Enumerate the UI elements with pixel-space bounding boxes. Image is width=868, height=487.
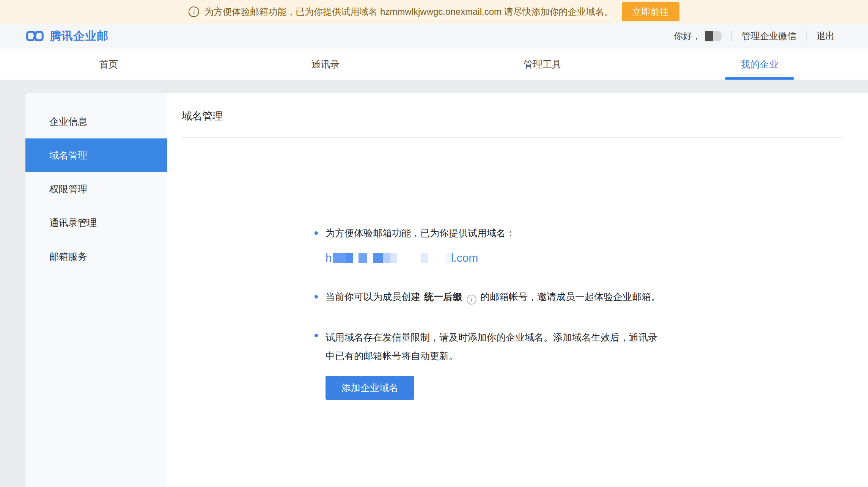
tab-admin-tools[interactable]: 管理工具 bbox=[434, 49, 651, 80]
logout-link[interactable]: 退出 bbox=[816, 30, 835, 42]
settings-sidebar: 企业信息 域名管理 权限管理 通讯录管理 邮箱服务 bbox=[25, 93, 167, 487]
title-divider bbox=[182, 137, 842, 138]
page-title: 域名管理 bbox=[182, 109, 842, 123]
header-divider bbox=[731, 31, 732, 41]
unified-suffix-bold: 统一后缀 bbox=[424, 291, 462, 302]
main-content: 域名管理 为方便体验邮箱功能，已为你提供试用域名： h bbox=[167, 93, 868, 487]
page-background: 企业信息 域名管理 权限管理 通讯录管理 邮箱服务 域名管理 为方便体验邮箱功能… bbox=[0, 80, 868, 487]
app-header: 腾讯企业邮 你好， 管理企业微信 退出 bbox=[0, 24, 868, 49]
domain-redaction-block bbox=[421, 253, 428, 263]
domain-redaction-block bbox=[359, 253, 367, 263]
tab-home[interactable]: 首页 bbox=[0, 49, 217, 80]
trial-notice-banner: i 为方便体验邮箱功能，已为你提供试用域名 hzmmwlkjwwgc.onexm… bbox=[0, 0, 868, 24]
bullet-dot bbox=[314, 334, 318, 337]
domain-redaction-block bbox=[445, 253, 451, 263]
bullet-unified-suffix: 当前你可以为成员创建统一后缀i的邮箱帐号，邀请成员一起体验企业邮箱。 bbox=[314, 289, 842, 305]
go-now-button[interactable]: 立即前往 bbox=[622, 2, 679, 21]
domain-suffix: l.com bbox=[451, 251, 478, 265]
manage-wecom-link[interactable]: 管理企业微信 bbox=[742, 30, 796, 42]
sidebar-item-company-info[interactable]: 企业信息 bbox=[25, 105, 167, 138]
primary-nav: 首页 通讯录 管理工具 我的企业 bbox=[0, 49, 868, 80]
domain-redaction-block bbox=[333, 253, 346, 263]
brand-logo[interactable]: 腾讯企业邮 bbox=[25, 28, 108, 44]
sending-limit-line1: 试用域名存在发信量限制，请及时添加你的企业域名。添加域名生效后，通讯录 bbox=[326, 328, 842, 347]
unified-suffix-pre: 当前你可以为成员创建 bbox=[326, 291, 420, 302]
brand-name: 腾讯企业邮 bbox=[50, 28, 108, 44]
trial-notice-message-group: i 为方便体验邮箱功能，已为你提供试用域名 hzmmwlkjwwgc.onexm… bbox=[189, 6, 613, 18]
domain-redaction-block bbox=[346, 253, 353, 263]
trial-domain-link[interactable]: h l.com bbox=[326, 251, 842, 265]
info-bullet-list: 为方便体验邮箱功能，已为你提供试用域名： h l.com bbox=[314, 226, 842, 400]
domain-redaction-block bbox=[383, 253, 390, 263]
sidebar-item-mail-service[interactable]: 邮箱服务 bbox=[25, 240, 167, 273]
header-divider bbox=[806, 31, 807, 41]
domain-redaction-block bbox=[390, 253, 397, 263]
sidebar-item-permission-management[interactable]: 权限管理 bbox=[25, 172, 167, 206]
unified-suffix-info-icon[interactable]: i bbox=[467, 295, 476, 305]
active-tab-indicator bbox=[725, 77, 794, 80]
info-circle-icon: i bbox=[189, 6, 199, 17]
domain-redaction-block bbox=[373, 253, 383, 263]
header-right: 你好， 管理企业微信 退出 bbox=[674, 30, 835, 42]
user-name-redacted bbox=[705, 31, 722, 41]
tab-my-company[interactable]: 我的企业 bbox=[651, 49, 868, 80]
bullet-dot bbox=[314, 295, 318, 298]
bullet-dot bbox=[314, 231, 318, 235]
sidebar-item-contacts-management[interactable]: 通讯录管理 bbox=[25, 206, 167, 240]
unified-suffix-post: 的邮箱帐号，邀请成员一起体验企业邮箱。 bbox=[480, 291, 660, 302]
add-domain-button[interactable]: 添加企业域名 bbox=[326, 376, 414, 400]
sidebar-item-domain-management[interactable]: 域名管理 bbox=[25, 138, 167, 172]
greeting-label: 你好， bbox=[674, 30, 701, 42]
trial-notice-text: 为方便体验邮箱功能，已为你提供试用域名 hzmmwlkjwwgc.onexmai… bbox=[204, 6, 613, 18]
sending-limit-line2: 中已有的邮箱帐号将自动更新。 bbox=[326, 347, 842, 365]
content-card: 企业信息 域名管理 权限管理 通讯录管理 邮箱服务 域名管理 为方便体验邮箱功能… bbox=[25, 93, 868, 487]
trial-domain-text: 为方便体验邮箱功能，已为你提供试用域名： bbox=[326, 226, 842, 240]
tab-contacts[interactable]: 通讯录 bbox=[217, 49, 434, 80]
domain-prefix: h bbox=[326, 251, 332, 265]
exmail-logo-icon bbox=[25, 30, 44, 42]
bullet-sending-limit: 试用域名存在发信量限制，请及时添加你的企业域名。添加域名生效后，通讯录 中已有的… bbox=[314, 328, 842, 400]
bullet-trial-domain: 为方便体验邮箱功能，已为你提供试用域名： h l.com bbox=[314, 226, 842, 265]
